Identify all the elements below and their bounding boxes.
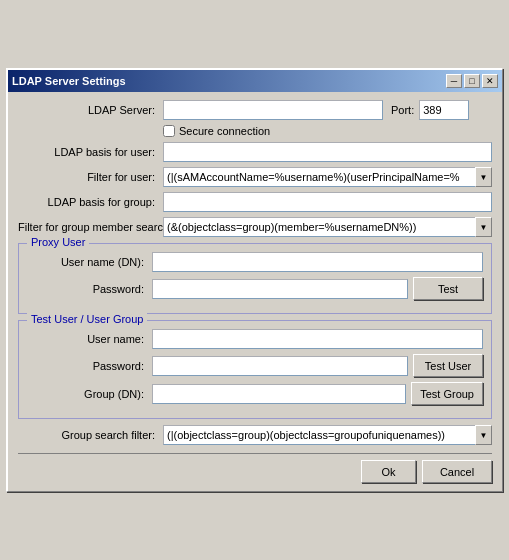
proxy-username-input[interactable] bbox=[152, 252, 483, 272]
group-search-dropdown-arrow[interactable]: ▼ bbox=[475, 425, 492, 445]
title-bar: LDAP Server Settings ─ □ ✕ bbox=[8, 70, 502, 92]
test-group-row: Group (DN): Test Group bbox=[27, 382, 483, 405]
proxy-username-label: User name (DN): bbox=[27, 256, 152, 268]
footer-buttons: Ok Cancel bbox=[18, 453, 492, 483]
dropdown-icon3: ▼ bbox=[480, 431, 488, 440]
test-user-content: User name: Password: Test User Group (DN… bbox=[27, 325, 483, 405]
proxy-user-content: User name (DN): Password: Test bbox=[27, 248, 483, 300]
test-username-input[interactable] bbox=[152, 329, 483, 349]
filter-group-row: Filter for group member search: ▼ bbox=[18, 217, 492, 237]
filter-user-combo-wrapper: ▼ bbox=[163, 167, 492, 187]
ldap-basis-group-label: LDAP basis for group: bbox=[18, 196, 163, 208]
port-input[interactable] bbox=[419, 100, 469, 120]
filter-user-label: Filter for user: bbox=[18, 171, 163, 183]
filter-user-dropdown-arrow[interactable]: ▼ bbox=[475, 167, 492, 187]
filter-group-combo-wrapper: ▼ bbox=[163, 217, 492, 237]
test-password-label: Password: bbox=[27, 360, 152, 372]
proxy-password-row: Password: Test bbox=[27, 277, 483, 300]
filter-user-input[interactable] bbox=[163, 167, 492, 187]
ldap-server-label: LDAP Server: bbox=[18, 104, 163, 116]
test-group-button[interactable]: Test Group bbox=[411, 382, 483, 405]
maximize-button[interactable]: □ bbox=[464, 74, 480, 88]
ok-button[interactable]: Ok bbox=[361, 460, 416, 483]
secure-connection-label[interactable]: Secure connection bbox=[179, 125, 270, 137]
title-bar-controls: ─ □ ✕ bbox=[446, 74, 498, 88]
group-search-combo-wrapper: ▼ bbox=[163, 425, 492, 445]
cancel-button[interactable]: Cancel bbox=[422, 460, 492, 483]
filter-group-label: Filter for group member search: bbox=[18, 221, 163, 233]
ldap-basis-user-label: LDAP basis for user: bbox=[18, 146, 163, 158]
test-group-label: Group (DN): bbox=[27, 388, 152, 400]
minimize-button[interactable]: ─ bbox=[446, 74, 462, 88]
dropdown-icon2: ▼ bbox=[480, 223, 488, 232]
ldap-basis-user-row: LDAP basis for user: bbox=[18, 142, 492, 162]
group-search-filter-label: Group search filter: bbox=[18, 429, 163, 441]
filter-user-row: Filter for user: ▼ bbox=[18, 167, 492, 187]
port-label: Port: bbox=[383, 104, 419, 116]
ldap-basis-group-row: LDAP basis for group: bbox=[18, 192, 492, 212]
test-username-label: User name: bbox=[27, 333, 152, 345]
proxy-username-row: User name (DN): bbox=[27, 252, 483, 272]
test-user-group: Test User / User Group User name: Passwo… bbox=[18, 320, 492, 419]
proxy-test-button[interactable]: Test bbox=[413, 277, 483, 300]
test-user-button[interactable]: Test User bbox=[413, 354, 483, 377]
ldap-basis-user-input[interactable] bbox=[163, 142, 492, 162]
form-content: LDAP Server: Port: Secure connection LDA… bbox=[8, 92, 502, 491]
proxy-user-group: Proxy User User name (DN): Password: Tes… bbox=[18, 243, 492, 314]
test-group-input[interactable] bbox=[152, 384, 406, 404]
dropdown-icon: ▼ bbox=[480, 173, 488, 182]
proxy-password-label: Password: bbox=[27, 283, 152, 295]
secure-connection-checkbox[interactable] bbox=[163, 125, 175, 137]
test-password-input[interactable] bbox=[152, 356, 408, 376]
window-title: LDAP Server Settings bbox=[12, 75, 126, 87]
ldap-server-input[interactable] bbox=[163, 100, 383, 120]
secure-connection-row: Secure connection bbox=[18, 125, 492, 137]
ldap-server-row: LDAP Server: Port: bbox=[18, 100, 492, 120]
test-username-row: User name: bbox=[27, 329, 483, 349]
group-search-filter-row: Group search filter: ▼ bbox=[18, 425, 492, 445]
test-password-row: Password: Test User bbox=[27, 354, 483, 377]
proxy-password-input[interactable] bbox=[152, 279, 408, 299]
test-user-title: Test User / User Group bbox=[27, 313, 147, 325]
filter-group-dropdown-arrow[interactable]: ▼ bbox=[475, 217, 492, 237]
group-search-filter-input[interactable] bbox=[163, 425, 492, 445]
ldap-settings-window: LDAP Server Settings ─ □ ✕ LDAP Server: … bbox=[6, 68, 503, 492]
filter-group-input[interactable] bbox=[163, 217, 492, 237]
proxy-user-title: Proxy User bbox=[27, 236, 89, 248]
close-button[interactable]: ✕ bbox=[482, 74, 498, 88]
ldap-basis-group-input[interactable] bbox=[163, 192, 492, 212]
